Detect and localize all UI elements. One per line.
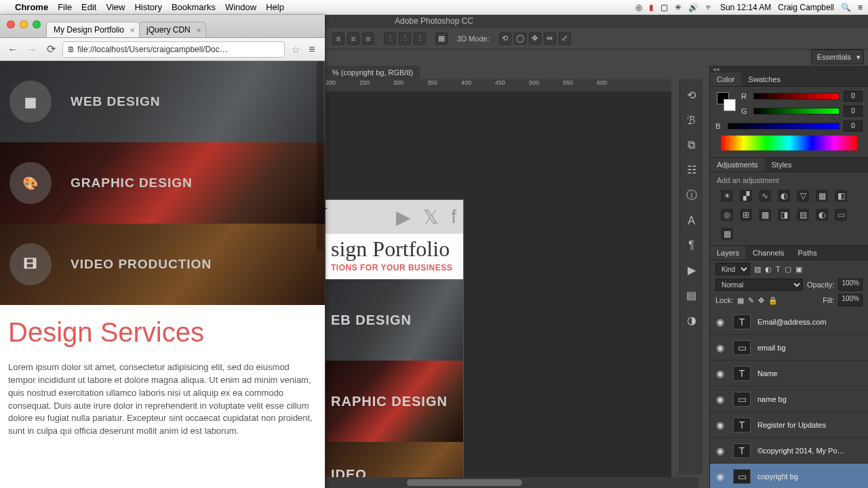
opacity-field[interactable]: 100% — [838, 279, 863, 291]
brightness-icon[interactable]: ☀ — [721, 190, 733, 202]
volume-icon[interactable]: 🔊 — [688, 3, 698, 12]
3d-slide-icon[interactable]: ⇔ — [544, 33, 556, 45]
page-scrollbar[interactable] — [317, 61, 323, 251]
dist-icon[interactable]: ⋮ — [414, 33, 426, 45]
info-icon[interactable]: ⓘ — [686, 188, 697, 203]
align-left-icon[interactable]: ≡ — [332, 33, 344, 45]
workspace-switcher[interactable]: Essentials — [811, 49, 864, 64]
blend-mode[interactable]: Normal — [715, 279, 803, 291]
tab-layers[interactable]: Layers — [710, 246, 746, 260]
document-tab[interactable]: % (copyright bg, RGB/8) — [326, 66, 420, 79]
align-right-icon[interactable]: ≡ — [362, 33, 374, 45]
channel-mixer-icon[interactable]: ⊞ — [740, 209, 752, 221]
filter-smart-icon[interactable]: ▣ — [795, 265, 802, 274]
menu-help[interactable]: Help — [266, 2, 284, 12]
visibility-icon[interactable]: ◉ — [714, 394, 726, 405]
3d-icon[interactable]: ◑ — [687, 314, 696, 327]
filter-shape-icon[interactable]: ▢ — [785, 265, 791, 274]
app-name[interactable]: Chrome — [15, 2, 48, 12]
paragraph-icon[interactable]: ¶ — [688, 239, 694, 251]
menu-view[interactable]: View — [106, 2, 125, 12]
tab-channels[interactable]: Channels — [746, 246, 791, 260]
3d-orbit-icon[interactable]: ⟲ — [499, 33, 511, 45]
notifications-icon[interactable]: ≡ — [858, 3, 863, 12]
exposure-icon[interactable]: ◐ — [778, 190, 790, 202]
g-slider[interactable] — [753, 108, 840, 115]
lut-icon[interactable]: ▩ — [759, 209, 771, 221]
status-icon[interactable]: ✳ — [675, 3, 682, 12]
selective-color-icon[interactable]: ▦ — [721, 228, 733, 240]
r-value[interactable]: 0 — [844, 91, 863, 102]
layer-row[interactable]: ◉▭name bg — [710, 386, 868, 412]
g-value[interactable]: 0 — [844, 106, 863, 117]
layer-row[interactable]: ◉TEmail@address.com — [710, 309, 868, 335]
layer-row[interactable]: ◉TName — [710, 361, 868, 386]
character-icon[interactable]: A — [688, 215, 695, 227]
align-center-icon[interactable]: ≡ — [347, 33, 359, 45]
lock-all-icon[interactable]: 🔒 — [768, 296, 778, 305]
comp-icon[interactable]: ▤ — [686, 289, 696, 302]
menu-bookmarks[interactable]: Bookmarks — [172, 2, 216, 12]
service-graphic-design[interactable]: 🎨 GRAPHIC DESIGN — [0, 142, 325, 224]
browser-tab[interactable]: jQuery CDN× — [139, 22, 206, 37]
auto-align-icon[interactable]: ▦ — [435, 33, 448, 45]
menu-history[interactable]: History — [134, 2, 161, 12]
3d-roll-icon[interactable]: ◯ — [514, 33, 526, 45]
omnibox[interactable]: 🗎 file://localhost/Users/craigcampbell/D… — [62, 41, 285, 58]
close-tab-icon[interactable]: × — [130, 25, 135, 35]
tab-swatches[interactable]: Swatches — [741, 73, 787, 86]
close-window-icon[interactable] — [7, 20, 15, 28]
chrome-menu-button[interactable]: ≡ — [304, 42, 319, 57]
actions-icon[interactable]: ▶ — [688, 264, 696, 277]
ps-canvas[interactable]: ▶ 𝕏 f sign Portfolio TIONS FOR YOUR BUSI… — [326, 92, 671, 481]
layer-row[interactable]: ◉▭copyright bg — [710, 464, 868, 488]
dist-icon[interactable]: ⋮ — [384, 33, 396, 45]
3d-pan-icon[interactable]: ✥ — [529, 33, 541, 45]
b-slider[interactable] — [728, 123, 840, 129]
lock-transparency-icon[interactable]: ▦ — [737, 296, 744, 305]
photo-filter-icon[interactable]: ◎ — [721, 209, 733, 221]
gradient-map-icon[interactable]: ▭ — [835, 209, 847, 221]
fill-field[interactable]: 100% — [838, 294, 863, 306]
menu-edit[interactable]: Edit — [81, 2, 96, 12]
spotlight-icon[interactable]: 🔍 — [841, 3, 851, 12]
r-slider[interactable] — [753, 93, 840, 100]
brush-icon[interactable]: ℬ — [687, 114, 696, 127]
service-web-design[interactable]: ▦ WEB DESIGN — [0, 61, 325, 142]
menubar-user[interactable]: Craig Campbell — [778, 3, 834, 12]
lock-pixels-icon[interactable]: ✎ — [748, 296, 754, 305]
forward-button[interactable]: → — [24, 42, 39, 57]
menu-window[interactable]: Window — [225, 2, 256, 12]
wifi-icon[interactable]: ᯤ — [705, 3, 713, 12]
visibility-icon[interactable]: ◉ — [714, 342, 726, 353]
service-video-production[interactable]: 🎞 VIDEO PRODUCTION — [0, 224, 325, 305]
vibrance-icon[interactable]: ▽ — [797, 190, 809, 202]
canvas-h-scrollbar[interactable] — [326, 477, 698, 488]
properties-icon[interactable]: ☷ — [687, 163, 696, 176]
lock-position-icon[interactable]: ✥ — [758, 296, 764, 305]
visibility-icon[interactable]: ◉ — [714, 368, 726, 379]
airplay-icon[interactable]: ▢ — [660, 3, 668, 12]
spectrum-picker[interactable] — [721, 136, 857, 150]
history-icon[interactable]: ⟲ — [687, 89, 696, 102]
page-viewport[interactable]: ▦ WEB DESIGN 🎨 GRAPHIC DESIGN 🎞 VIDEO PR… — [0, 61, 325, 488]
panel-collapse-icon[interactable]: ◂◂ — [710, 66, 868, 73]
filter-adjust-icon[interactable]: ◐ — [765, 265, 772, 274]
clone-icon[interactable]: ⧉ — [688, 139, 695, 151]
invert-icon[interactable]: ◨ — [778, 209, 790, 221]
tab-paths[interactable]: Paths — [791, 246, 824, 260]
filter-type-icon[interactable]: T — [776, 265, 781, 273]
filter-kind[interactable]: Kind — [715, 263, 750, 275]
bookmark-star-icon[interactable]: ☆ — [292, 44, 300, 55]
tab-color[interactable]: Color — [710, 73, 741, 86]
visibility-icon[interactable]: ◉ — [714, 317, 726, 327]
filter-pixel-icon[interactable]: ▧ — [754, 265, 761, 274]
back-button[interactable]: ← — [5, 42, 20, 57]
dist-icon[interactable]: ⋮ — [399, 33, 411, 45]
minimize-window-icon[interactable] — [20, 20, 28, 28]
layer-row[interactable]: ◉TRegister for Updates — [710, 412, 868, 438]
threshold-icon[interactable]: ◐ — [816, 209, 828, 221]
layer-row[interactable]: ◉T©copyright 2014, My Po… — [710, 438, 868, 464]
tab-adjustments[interactable]: Adjustments — [710, 158, 765, 171]
hue-icon[interactable]: ▦ — [816, 190, 828, 202]
